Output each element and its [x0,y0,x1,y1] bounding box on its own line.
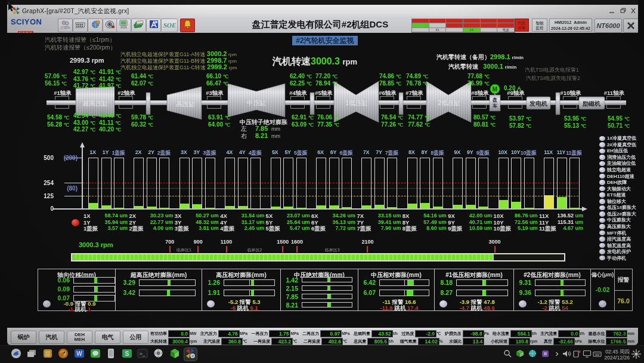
taskbar-folder[interactable] [41,348,54,361]
toolbar-button-font-a[interactable] [146,19,161,32]
vib-bar-fill [206,208,215,209]
toolbar-button-cards[interactable] [131,19,146,32]
tray-speaker[interactable] [561,348,572,361]
screen-close-button[interactable] [623,19,639,33]
taskbar-cube-app[interactable] [168,348,181,361]
alarm-matrix-cell[interactable]: 41 [429,28,447,32]
vib-bar-11X [544,158,554,210]
toolbar-button-users[interactable] [58,19,73,32]
nt6000-brand: NT6000 [595,19,622,33]
ip-expansion-right: 右 8.21 mm [241,132,280,140]
toolbar-button-soe[interactable]: SOE [161,19,178,32]
panel-bar-mark [327,278,330,282]
taskbar-lion-browser[interactable] [57,348,70,361]
panel-bar-value: 6.07 [355,289,376,296]
toolbar-button-globe[interactable] [88,19,103,32]
taskbar-phone[interactable] [105,348,117,361]
panel-bar-mark [328,294,331,299]
minimize-button[interactable] [608,7,616,14]
alarm-matrix-cell[interactable] [412,23,429,27]
windows-taskbar: WS>_02:45 周四2024/12/26 [0,345,644,363]
panel-bar [379,290,429,296]
nav-button-汽机[interactable]: 汽机 [39,331,64,344]
alarm-matrix-row [412,19,515,23]
panel-bar-value: 1.42 [278,276,298,284]
tray-tray-purple[interactable] [540,348,550,361]
taskbar-clock[interactable]: 02:45 周四2024/12/26 [604,349,630,361]
toolbar-button-keyboard[interactable] [73,19,88,32]
taskbar-browser-bird[interactable] [10,348,22,361]
alarm-matrix-cell[interactable]: 13 [463,28,481,32]
corner-screenshot-star[interactable] [630,349,642,361]
panel-bar-value: 9.36 [511,289,531,296]
vib-bar-fill [408,204,417,209]
close-button[interactable] [629,7,637,14]
alarm-matrix-cell[interactable] [481,28,498,32]
svg-text:励磁机: 励磁机 [582,100,601,107]
alarm-matrix-cell[interactable] [446,23,463,27]
trip-item: 轴瓦温度高 [599,239,631,245]
vib-bar-2盖振 [159,158,169,210]
vib-bar-fill [180,204,189,209]
alarm-matrix-cell[interactable] [446,28,463,32]
alarm-matrix-cell[interactable] [497,19,515,23]
status-kv: 过热度 -2.0℃ [401,330,441,337]
alarm-matrix-cell[interactable]: 电源 [497,28,515,32]
alarm-button[interactable]: 汽机报警 [515,19,529,32]
toolbar-button-printer[interactable] [103,19,117,32]
panel-bar-mid [404,280,405,285]
taskbar-s-app[interactable]: S [120,348,133,361]
toolbar-button-alarm-bell[interactable] [180,19,195,32]
toolbar-button-monitor[interactable] [116,19,131,32]
alarm-matrix-cell[interactable] [412,28,429,32]
nav-button-电气[interactable]: 电气 [95,331,120,344]
taskbar-settings[interactable] [152,348,165,361]
taskbar-task-view[interactable] [26,348,38,361]
tray-purple-icon [541,349,549,360]
alarm-matrix-cell[interactable] [497,23,515,27]
panel-bar-mark [483,280,486,285]
alarm-matrix-cell[interactable] [481,19,498,23]
tray-device[interactable] [571,348,582,361]
vib-table-value: 5.19 um [508,225,538,231]
panel-#2低压相对膨胀(mm): #2低压相对膨胀(mm)9.319.36-1.2 报警 53.2-2 跳机 54 [513,269,591,311]
tray-tray-globe[interactable] [527,348,538,361]
status-kv: 小机转速 100.8rpm [491,338,537,345]
panel-高压相对膨胀(mm): 高压相对膨胀(mm)1.261.91-5.2 报警 5.3-6 跳机 6.1 [202,269,281,311]
taskbar-terminal[interactable]: >_ [137,348,149,361]
trip-item: 低压2#膨胀大 [599,208,636,214]
bearing-temp-below: 63.91 ℃64.00 ℃ [208,115,230,128]
panel-bar-mark [95,287,98,292]
vib-table-value: 33.15 um [371,213,401,219]
alarm-matrix-cell[interactable] [412,19,429,23]
alarm-matrix-cell[interactable] [481,23,498,27]
alarm-matrix-cell[interactable] [429,19,447,23]
vib-bar-fill [558,197,566,209]
nav-button-DEH[interactable]: DEHMEH [67,331,92,344]
phone-icon [107,348,114,361]
nav-button-锅炉[interactable]: 锅炉 [11,331,36,344]
mode-button[interactable]: 智能监控 [532,19,547,32]
taskbar-graphx-active[interactable] [184,348,197,361]
vib-bar-8X [407,158,417,210]
y-tick [64,208,83,209]
vib-table-value: 39.41 um [371,219,401,225]
alarm-matrix-cell[interactable] [446,19,463,23]
trip-item: ETS超速 [599,189,626,195]
alarm-matrix[interactable]: 4113电源 [411,19,515,33]
vib-table-label: 11Y [539,219,549,226]
panel-bar [302,277,352,282]
alarm-matrix-cell[interactable] [429,23,447,27]
tray-tray-cube[interactable] [515,348,525,361]
task-view-icon [26,349,37,361]
nav-button-公用[interactable]: 公用 [123,331,148,344]
taskbar-wechat[interactable] [89,348,101,361]
vib-bar-8Y [420,158,430,210]
restore-button[interactable] [618,7,627,14]
taskbar-wps[interactable]: W [73,348,85,361]
alarm-matrix-cell[interactable] [463,23,481,27]
tray-display[interactable] [581,348,592,361]
alarm-matrix-cell[interactable] [463,19,481,23]
tray-search[interactable] [502,348,513,361]
tray-keyboard-tray[interactable] [592,348,602,361]
